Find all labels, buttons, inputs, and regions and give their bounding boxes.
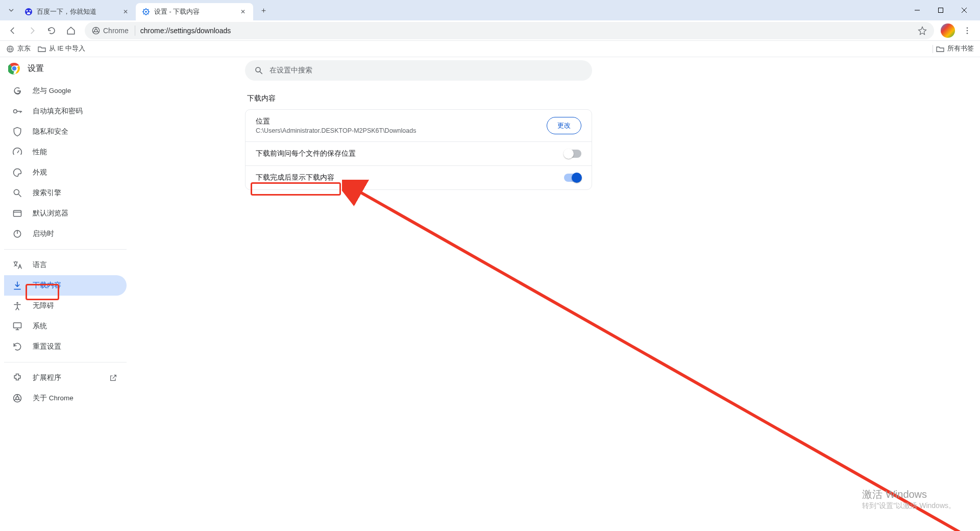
extension-icon <box>12 373 22 383</box>
accessibility-icon <box>12 301 22 311</box>
tab-list-dropdown[interactable] <box>4 3 18 17</box>
sidebar-item-appearance[interactable]: 外观 <box>4 162 127 183</box>
key-icon <box>12 106 22 116</box>
svg-point-17 <box>14 189 19 195</box>
bookmarks-bar: 京东 从 IE 中导入 所有书签 <box>0 41 980 57</box>
svg-point-1 <box>26 10 28 11</box>
browser-icon <box>12 208 22 219</box>
settings-header: 设置 <box>8 62 44 75</box>
home-button[interactable] <box>62 22 80 39</box>
sidebar-item-autofill[interactable]: 自动填充和密码 <box>4 101 127 122</box>
sidebar-item-languages[interactable]: 语言 <box>4 255 127 275</box>
reset-icon <box>12 342 22 352</box>
sidebar-label: 外观 <box>33 168 47 177</box>
svg-point-24 <box>256 67 260 72</box>
sidebar-label: 关于 Chrome <box>33 394 74 403</box>
sidebar-item-search-engine[interactable]: 搜索引擎 <box>4 183 127 203</box>
svg-point-8 <box>94 29 97 32</box>
folder-icon <box>936 45 944 53</box>
back-button[interactable] <box>4 22 21 39</box>
svg-point-2 <box>29 10 31 11</box>
maximize-button[interactable] <box>929 0 952 20</box>
chrome-icon <box>92 27 100 35</box>
chrome-menu-button[interactable] <box>959 22 976 39</box>
location-label: 位置 <box>256 117 416 126</box>
sidebar-item-downloads[interactable]: 下载内容 <box>4 275 127 296</box>
close-window-button[interactable] <box>952 0 976 20</box>
svg-rect-18 <box>14 210 21 216</box>
row-show-after-download[interactable]: 下载完成后显示下载内容 <box>246 165 592 189</box>
sidebar-label: 隐私和安全 <box>33 127 68 136</box>
windows-activation-watermark: 激活 Windows 转到"设置"以激活 Windows。 <box>862 488 955 511</box>
location-path: C:\Users\Administrator.DESKTOP-M2PSK6T\D… <box>256 127 416 134</box>
toolbar: Chrome chrome://settings/downloads <box>0 20 980 41</box>
tab-label: 百度一下，你就知道 <box>37 8 117 16</box>
sidebar-item-you-and-google[interactable]: 您与 Google <box>4 81 127 101</box>
chrome-logo-icon <box>8 62 20 75</box>
watermark-line1: 激活 Windows <box>862 488 955 501</box>
row-location: 位置 C:\Users\Administrator.DESKTOP-M2PSK6… <box>246 110 592 141</box>
sidebar-item-reset[interactable]: 重置设置 <box>4 336 127 357</box>
ask-before-download-toggle[interactable] <box>564 150 581 158</box>
svg-point-23 <box>16 397 19 400</box>
bookmark-jd[interactable]: 京东 <box>6 44 31 53</box>
svg-point-5 <box>145 11 147 13</box>
ask-before-download-label: 下载前询问每个文件的保存位置 <box>256 149 356 158</box>
downloads-card: 位置 C:\Users\Administrator.DESKTOP-M2PSK6… <box>245 109 592 190</box>
row-ask-before-download[interactable]: 下载前询问每个文件的保存位置 <box>246 141 592 165</box>
forward-button[interactable] <box>23 22 41 39</box>
shield-icon <box>12 127 22 137</box>
svg-rect-6 <box>939 8 943 13</box>
google-icon <box>12 86 22 96</box>
minimize-button[interactable] <box>905 0 929 20</box>
sidebar-divider <box>4 249 127 250</box>
tab-close-icon[interactable]: ✕ <box>121 8 130 16</box>
svg-point-20 <box>16 302 18 304</box>
svg-point-16 <box>14 110 17 113</box>
sidebar-item-performance[interactable]: 性能 <box>4 142 127 162</box>
svg-point-15 <box>12 66 17 71</box>
search-icon <box>12 188 22 198</box>
sidebar-item-default-browser[interactable]: 默认浏览器 <box>4 203 127 224</box>
watermark-line2: 转到"设置"以激活 Windows。 <box>862 501 955 511</box>
profile-avatar[interactable] <box>939 22 957 39</box>
svg-rect-21 <box>14 323 21 328</box>
titlebar: 百度一下，你就知道 ✕ 设置 - 下载内容 ✕ ＋ <box>0 0 980 20</box>
sidebar-label: 搜索引擎 <box>33 188 61 198</box>
sidebar-label: 系统 <box>33 322 47 331</box>
sidebar-item-system[interactable]: 系统 <box>4 316 127 336</box>
settings-search[interactable]: 在设置中搜索 <box>245 60 592 81</box>
sidebar-label: 默认浏览器 <box>33 209 68 218</box>
reload-button[interactable] <box>43 22 60 39</box>
sidebar-label: 您与 Google <box>33 86 71 95</box>
tab-settings-downloads[interactable]: 设置 - 下载内容 ✕ <box>136 3 253 20</box>
omnibox[interactable]: Chrome chrome://settings/downloads <box>85 22 934 39</box>
new-tab-button[interactable]: ＋ <box>256 3 271 17</box>
download-icon <box>12 280 22 291</box>
speedometer-icon <box>12 147 22 157</box>
svg-point-11 <box>967 32 968 34</box>
show-after-download-toggle[interactable] <box>564 174 581 182</box>
sidebar-item-extensions[interactable]: 扩展程序 <box>4 368 127 388</box>
settings-page: 设置 您与 Google 自动填充和密码 隐私和安全 性能 外观 搜索引擎 默认… <box>0 57 980 531</box>
chrome-chip: Chrome <box>92 26 135 36</box>
bookmark-label: 从 IE 中导入 <box>49 44 85 53</box>
all-bookmarks[interactable]: 所有书签 <box>936 44 974 53</box>
url-text: chrome://settings/downloads <box>140 27 231 35</box>
sidebar-label: 性能 <box>33 148 47 157</box>
change-location-button[interactable]: 更改 <box>547 117 581 134</box>
bookmark-folder-ie-import[interactable]: 从 IE 中导入 <box>38 44 85 53</box>
sidebar-item-about-chrome[interactable]: 关于 Chrome <box>4 388 127 408</box>
bookmark-star-icon[interactable] <box>918 26 927 35</box>
show-after-download-label: 下载完成后显示下载内容 <box>256 173 334 182</box>
sidebar-item-on-startup[interactable]: 启动时 <box>4 224 127 244</box>
baidu-favicon-icon <box>24 8 33 16</box>
tab-close-icon[interactable]: ✕ <box>239 8 247 16</box>
search-placeholder: 在设置中搜索 <box>270 66 312 75</box>
external-link-icon <box>108 373 118 383</box>
sidebar-item-accessibility[interactable]: 无障碍 <box>4 296 127 316</box>
annotation-arrow <box>342 180 965 531</box>
tab-baidu[interactable]: 百度一下，你就知道 ✕ <box>18 3 136 20</box>
sidebar-item-privacy-security[interactable]: 隐私和安全 <box>4 122 127 142</box>
sidebar-label: 语言 <box>33 260 47 270</box>
